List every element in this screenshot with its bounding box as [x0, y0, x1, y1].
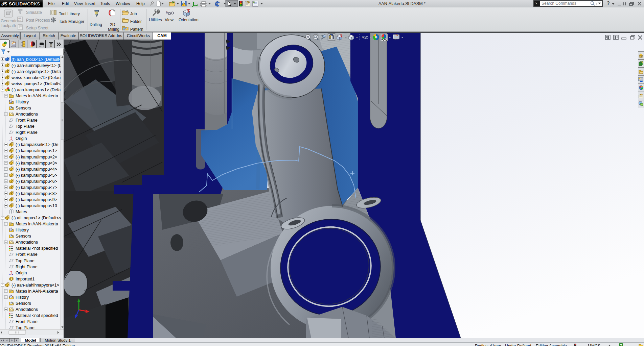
svg-text:SOLIDWORKS: SOLIDWORKS [9, 1, 40, 6]
svg-text:(-) kampuralimppu<5>: (-) kampuralimppu<5> [16, 173, 57, 178]
svg-text:(-) kampuralimppu<3>: (-) kampuralimppu<3> [16, 161, 57, 166]
svg-text:Mates: Mates [16, 209, 27, 214]
svg-text:Material <not specified: Material <not specified [16, 313, 58, 318]
svg-text:(-) kampuralimppu<7>: (-) kampuralimppu<7> [16, 185, 57, 190]
svg-text:History: History [16, 295, 29, 300]
svg-text:History: History [16, 228, 29, 232]
svg-text:(-) aan-kampura<1> (Defa: (-) aan-kampura<1> (Defa [12, 88, 61, 92]
svg-text:Mates in AAN-Alakerta: Mates in AAN-Alakerta [16, 222, 58, 226]
svg-text:A: A [10, 307, 12, 311]
svg-text:𝒫S: 𝒫S [1, 1, 7, 6]
svg-text:(-) ati_napa<1> (Default<<: (-) ati_napa<1> (Default<< [12, 216, 61, 220]
svg-text:!: ! [183, 3, 184, 6]
svg-text:Sensors: Sensors [16, 234, 31, 239]
svg-text:Top Plane: Top Plane [16, 124, 34, 129]
svg-text:6: 6 [362, 35, 364, 39]
svg-text:Sensors: Sensors [16, 301, 31, 306]
svg-text:Front Plane: Front Plane [16, 252, 38, 257]
svg-text:(-) kampuralimppu<9>: (-) kampuralimppu<9> [16, 197, 57, 202]
svg-text:(-) kampuralimppu<8>: (-) kampuralimppu<8> [16, 191, 57, 196]
svg-text:History: History [16, 100, 29, 104]
svg-text:Mates in AAN-Alakerta: Mates in AAN-Alakerta [16, 94, 58, 98]
svg-text:Front Plane: Front Plane [16, 118, 38, 123]
svg-text:(-) aan-oljypohja<1> (Defa: (-) aan-oljypohja<1> (Defa [12, 69, 61, 74]
svg-text:Annotations: Annotations [16, 112, 38, 117]
svg-text:Annotations: Annotations [16, 240, 38, 245]
svg-text:(-) aan-summpulevy<1> (D: (-) aan-summpulevy<1> (D [12, 63, 62, 68]
svg-text:Origin: Origin [16, 271, 27, 275]
svg-text:(-) kampuralimppu<6>: (-) kampuralimppu<6> [16, 179, 57, 184]
svg-text:(-) aan-alahihnapyora<1>: (-) aan-alahihnapyora<1> [12, 283, 59, 288]
svg-text:A: A [10, 240, 12, 244]
svg-text:Right Plane: Right Plane [16, 265, 38, 269]
svg-text:(-) kampuralimppu<1>: (-) kampuralimppu<1> [16, 148, 57, 153]
svg-text:Right Plane: Right Plane [16, 130, 38, 135]
svg-text:(-) kampuralimppu<4>: (-) kampuralimppu<4> [16, 167, 57, 172]
svg-text:Front Plane: Front Plane [16, 319, 38, 324]
svg-text:?: ? [620, 344, 622, 346]
svg-text:A: A [10, 112, 12, 116]
svg-text:G1: G1 [18, 17, 21, 19]
svg-text:Annotations: Annotations [16, 307, 38, 312]
svg-text:Top Plane: Top Plane [16, 258, 34, 263]
svg-text:(-) kampuralimppu<2>: (-) kampuralimppu<2> [16, 155, 57, 159]
svg-text:Material <not specified: Material <not specified [16, 246, 58, 251]
svg-text:(-) kampiakseli<1> (De: (-) kampiakseli<1> (De [16, 142, 58, 147]
svg-text:Imported1: Imported1 [16, 277, 34, 281]
svg-text:Origin: Origin [16, 136, 27, 141]
svg-text:Sensors: Sensors [16, 106, 31, 110]
svg-text:(f) aan_block<1> (Default<: (f) aan_block<1> (Default< [12, 57, 62, 62]
svg-text:Mates in AAN-Alakerta: Mates in AAN-Alakerta [16, 289, 58, 294]
svg-text:weiss_pump<1> (Default<: weiss_pump<1> (Default< [11, 81, 61, 86]
svg-text:G3: G3 [18, 20, 21, 22]
svg-text:weiss-kannake<1> (Defaul: weiss-kannake<1> (Defaul [11, 75, 62, 80]
svg-text:6: 6 [166, 10, 168, 14]
svg-text:(-) kampuralimppu<10: (-) kampuralimppu<10 [16, 203, 57, 208]
